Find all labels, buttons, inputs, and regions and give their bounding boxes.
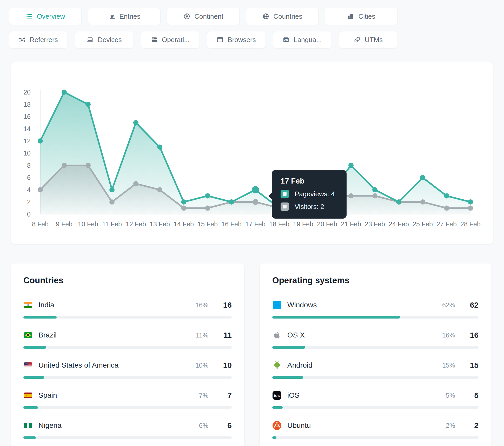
- tab-browsers[interactable]: Browsers: [207, 31, 265, 48]
- chart-point-pageviews[interactable]: [229, 199, 234, 205]
- percent-label: 6%: [199, 422, 208, 429]
- svg-text:12 Feb: 12 Feb: [126, 220, 146, 228]
- chart-point-pageviews[interactable]: [109, 187, 115, 192]
- ios-icon: ios: [272, 391, 282, 400]
- tab-label: Cities: [358, 12, 375, 21]
- chart-point-pageviews[interactable]: [324, 193, 330, 199]
- tab-continent[interactable]: Continent: [167, 8, 240, 25]
- svg-text:15 Feb: 15 Feb: [197, 220, 218, 228]
- ubuntu-icon: [272, 421, 282, 430]
- united-states-of-america-flag-icon: [23, 362, 33, 368]
- svg-text:19 Feb: 19 Feb: [293, 220, 313, 228]
- count-value: 6: [218, 421, 232, 430]
- count-value: 11: [218, 331, 232, 340]
- os-name: OS X: [287, 331, 442, 339]
- chart-point-pageviews[interactable]: [252, 186, 259, 193]
- chart-point-pageviews[interactable]: [133, 120, 138, 125]
- svg-text:8: 8: [27, 162, 31, 169]
- svg-text:14: 14: [23, 125, 31, 132]
- chart-point-visitors[interactable]: [181, 206, 186, 211]
- svg-text:12: 12: [23, 137, 31, 145]
- tab-label: UTMs: [365, 36, 383, 44]
- chart-point-pageviews[interactable]: [181, 199, 186, 205]
- svg-text:18 Feb: 18 Feb: [269, 220, 289, 228]
- os-row-windows[interactable]: Windows62%62: [272, 300, 479, 319]
- svg-text:A: A: [284, 38, 286, 41]
- os-name: Android: [287, 361, 442, 369]
- tab-referrers[interactable]: Referrers: [9, 31, 67, 48]
- chart-point-visitors[interactable]: [348, 193, 354, 199]
- svg-text:16: 16: [23, 113, 31, 120]
- tab-devices[interactable]: Devices: [75, 31, 133, 48]
- svg-text:9 Feb: 9 Feb: [56, 220, 72, 228]
- chart-point-visitors[interactable]: [62, 163, 67, 168]
- chart-point-pageviews[interactable]: [420, 175, 425, 180]
- os-row-os-x[interactable]: OS X16%16: [272, 330, 479, 349]
- country-row-india[interactable]: India16%16: [23, 300, 232, 319]
- country-name: Nigeria: [38, 421, 199, 430]
- country-row-united-states-of-america[interactable]: United States of America10%10: [23, 360, 232, 379]
- chart-point-pageviews[interactable]: [444, 193, 449, 199]
- count-value: 15: [465, 361, 479, 370]
- chart-point-visitors[interactable]: [205, 206, 210, 211]
- os-row-ubuntu[interactable]: Ubuntu2%2: [272, 420, 479, 439]
- count-value: 16: [465, 331, 479, 340]
- server-icon: [151, 36, 158, 43]
- progress-bar: [272, 406, 479, 409]
- svg-text:10 Feb: 10 Feb: [78, 220, 98, 228]
- chart-point-pageviews[interactable]: [85, 102, 91, 107]
- svg-text:11 Feb: 11 Feb: [102, 220, 122, 228]
- tab-cities[interactable]: Cities: [325, 8, 397, 25]
- country-row-spain[interactable]: Spain7%7: [23, 390, 232, 409]
- chart-point-pageviews[interactable]: [348, 163, 354, 168]
- percent-label: 15%: [442, 362, 455, 369]
- chart-point-visitors[interactable]: [253, 199, 258, 205]
- tab-label: Operati...: [162, 36, 190, 44]
- chart-point-visitors[interactable]: [468, 206, 473, 211]
- svg-text:20 Feb: 20 Feb: [317, 220, 337, 228]
- tab-utms[interactable]: UTMs: [339, 31, 397, 48]
- chart-point-visitors[interactable]: [109, 199, 115, 205]
- tab-label: Browsers: [228, 36, 256, 44]
- tab-operati[interactable]: Operati...: [141, 31, 199, 48]
- tab-countries[interactable]: Countries: [246, 8, 319, 25]
- percent-label: 62%: [442, 301, 455, 309]
- svg-text:20: 20: [23, 89, 31, 96]
- chart-point-visitors[interactable]: [38, 187, 43, 192]
- chart-point-pageviews[interactable]: [277, 206, 282, 211]
- chart-point-pageviews[interactable]: [157, 145, 162, 150]
- chart-point-visitors[interactable]: [444, 206, 449, 211]
- svg-text:27 Feb: 27 Feb: [436, 220, 457, 228]
- globe-icon: [262, 13, 269, 20]
- chart-point-visitors[interactable]: [133, 181, 138, 186]
- tab-entries[interactable]: Entries: [88, 8, 161, 25]
- traffic-chart[interactable]: 024681012141618208 Feb9 Feb10 Feb11 Feb1…: [11, 62, 493, 234]
- svg-text:18: 18: [23, 101, 31, 108]
- percent-label: 7%: [199, 392, 208, 399]
- tab-langua[interactable]: AZLangua...: [273, 31, 331, 48]
- tab-overview[interactable]: Overview: [9, 8, 82, 25]
- android-icon: [272, 361, 282, 370]
- country-row-brazil[interactable]: Brazil11%11: [23, 330, 232, 349]
- os-row-ios[interactable]: iosiOS5%5: [272, 390, 479, 409]
- chart-point-visitors[interactable]: [372, 193, 377, 199]
- svg-text:4: 4: [27, 186, 31, 193]
- country-row-nigeria[interactable]: Nigeria6%6: [23, 420, 232, 439]
- chart-point-visitors[interactable]: [157, 187, 162, 192]
- chart-point-pageviews[interactable]: [396, 199, 401, 205]
- chart-card: 024681012141618208 Feb9 Feb10 Feb11 Feb1…: [11, 62, 493, 244]
- chart-point-pageviews[interactable]: [62, 90, 67, 95]
- count-value: 10: [218, 361, 232, 370]
- chart-point-visitors[interactable]: [420, 199, 425, 205]
- chart-point-pageviews[interactable]: [205, 193, 210, 199]
- chart-point-pageviews[interactable]: [38, 138, 43, 144]
- chart-point-pageviews[interactable]: [372, 187, 377, 192]
- chart-point-pageviews[interactable]: [301, 199, 306, 205]
- nigeria-flag-icon: [23, 423, 33, 428]
- chart-point-visitors[interactable]: [301, 206, 306, 211]
- chart-point-visitors[interactable]: [85, 163, 91, 168]
- os-name: iOS: [287, 391, 446, 400]
- tab-label: Overview: [37, 12, 65, 21]
- os-row-android[interactable]: Android15%15: [272, 360, 479, 379]
- chart-point-pageviews[interactable]: [468, 199, 473, 205]
